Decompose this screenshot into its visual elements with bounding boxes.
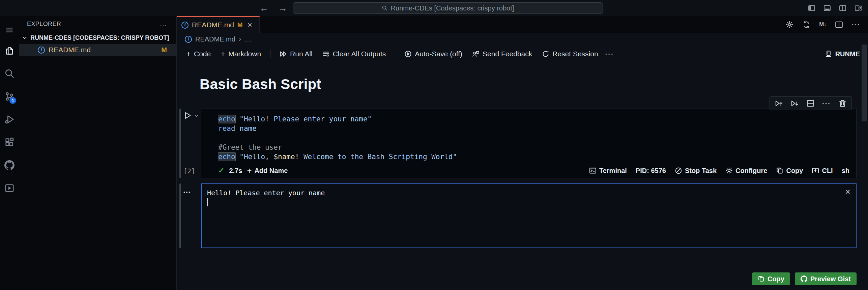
tab-bar: i README.md M × M↓ ··· bbox=[177, 16, 868, 33]
send-feedback-button[interactable]: Send Feedback bbox=[469, 49, 535, 59]
open-terminal-button[interactable]: Terminal bbox=[589, 167, 627, 175]
sidebar-item-source-control[interactable]: 1 bbox=[0, 85, 19, 108]
cell-focus-bar bbox=[179, 109, 181, 178]
code-area[interactable]: echo "Hello! Please enter your name"read… bbox=[201, 109, 856, 164]
history-nav: ← → bbox=[260, 0, 287, 16]
sidebar-item-runme[interactable] bbox=[0, 177, 19, 200]
open-markdown-preview-icon[interactable]: M↓ bbox=[819, 21, 826, 28]
file-row-readme[interactable]: i README.md M bbox=[19, 44, 176, 56]
activity-bar: 1 bbox=[0, 16, 19, 290]
scm-badge: 1 bbox=[9, 97, 16, 104]
clear-all-outputs-button[interactable]: Clear All Outputs bbox=[320, 49, 389, 59]
clear-outputs-icon bbox=[322, 50, 330, 58]
sidebar-item-search[interactable] bbox=[0, 62, 19, 85]
close-tab-icon[interactable]: × bbox=[248, 20, 252, 30]
breadcrumb-file[interactable]: README.md bbox=[195, 35, 235, 43]
cli-button[interactable]: CLI bbox=[812, 167, 833, 175]
add-name-button[interactable]: + Add Name bbox=[247, 166, 288, 175]
forward-arrow-icon[interactable]: → bbox=[279, 3, 287, 13]
extensions-icon bbox=[4, 137, 15, 147]
split-editor-icon[interactable] bbox=[835, 21, 843, 29]
code-line[interactable]: read name bbox=[218, 124, 849, 133]
process-pid: PID: 6576 bbox=[636, 167, 666, 175]
language-picker[interactable]: sh bbox=[842, 167, 849, 175]
output-more-actions-icon[interactable]: … bbox=[179, 183, 201, 195]
sidebar-item-extensions[interactable] bbox=[0, 131, 19, 154]
cell-gutter: [2] bbox=[179, 109, 201, 178]
notebook-body: Basic Bash Script ··· [2] e bbox=[177, 63, 868, 290]
run-options-chevron-icon[interactable] bbox=[194, 113, 199, 118]
explorer-more-actions-icon[interactable]: … bbox=[160, 20, 168, 28]
plus-icon: + bbox=[221, 49, 225, 59]
code-line[interactable]: echo "Hello! Please enter your name" bbox=[218, 114, 849, 124]
copy-icon bbox=[776, 167, 783, 174]
terminal-output[interactable]: Hello! Please enter your name × bbox=[201, 183, 857, 248]
preview-gist-button[interactable]: Preview Gist bbox=[795, 272, 857, 285]
auto-save-toggle[interactable]: Auto-Save (off) bbox=[402, 49, 465, 59]
stop-task-button[interactable]: Stop Task bbox=[675, 167, 717, 175]
tab-readme[interactable]: i README.md M × bbox=[177, 16, 260, 33]
divider bbox=[270, 50, 270, 58]
code-line[interactable]: #Greet the user bbox=[218, 143, 849, 152]
add-markdown-cell-button[interactable]: + Markdown bbox=[218, 48, 264, 60]
github-icon bbox=[801, 276, 807, 282]
runme-icon bbox=[4, 183, 15, 193]
output-gutter: … bbox=[179, 183, 201, 248]
settings-gear-icon[interactable] bbox=[785, 21, 793, 29]
search-text: Runme-CDEs [Codespaces: crispy robot] bbox=[391, 4, 514, 12]
cell-toolbar: ··· bbox=[770, 96, 852, 110]
add-code-label: Code bbox=[194, 50, 211, 58]
breadcrumb: i README.md › … bbox=[177, 33, 868, 45]
command-center-search[interactable]: Runme-CDEs [Codespaces: crispy robot] bbox=[293, 2, 603, 14]
feedback-icon bbox=[472, 50, 480, 58]
sidebar-item-run-debug[interactable] bbox=[0, 108, 19, 131]
copy-icon bbox=[758, 276, 764, 282]
customize-layout-icon[interactable] bbox=[855, 4, 862, 12]
session-sync-icon[interactable] bbox=[802, 21, 810, 29]
editor-scrollbar[interactable] bbox=[862, 45, 867, 121]
success-check-icon: ✓ bbox=[218, 166, 224, 175]
stop-circle-icon bbox=[675, 167, 682, 174]
run-all-button[interactable]: Run All bbox=[277, 49, 315, 59]
reset-session-button[interactable]: Reset Session bbox=[539, 49, 601, 59]
toggle-panel-icon[interactable] bbox=[823, 4, 831, 12]
code-line[interactable]: echo "Hello, $name! Welcome to the Bash … bbox=[218, 152, 849, 162]
editor-more-actions-icon[interactable]: ··· bbox=[852, 21, 861, 28]
workbench: 1 EXPLORER … RUNME-CDES [CODESPACES: CRI… bbox=[0, 16, 868, 290]
info-icon: i bbox=[181, 22, 189, 29]
info-icon: i bbox=[38, 47, 45, 54]
close-output-icon[interactable]: × bbox=[845, 187, 850, 197]
code-line[interactable] bbox=[218, 133, 849, 143]
cell-editor[interactable]: echo "Hello! Please enter your name"read… bbox=[201, 109, 857, 178]
menu-hamburger-icon[interactable] bbox=[0, 21, 19, 39]
copy-output-button[interactable]: Copy bbox=[752, 272, 790, 285]
workspace-section-header[interactable]: RUNME-CDES [CODESPACES: CRISPY ROBOT] bbox=[19, 32, 176, 44]
sidebar-item-explorer[interactable] bbox=[0, 39, 19, 62]
terminal-icon bbox=[589, 167, 597, 174]
reset-session-label: Reset Session bbox=[552, 50, 598, 58]
add-code-cell-button[interactable]: + Code bbox=[183, 48, 213, 60]
explorer-sidebar: EXPLORER … RUNME-CDES [CODESPACES: CRISP… bbox=[19, 16, 177, 290]
toggle-secondary-sidebar-icon[interactable] bbox=[839, 4, 846, 12]
toggle-sidebar-icon[interactable] bbox=[808, 4, 815, 12]
cell-more-actions-icon[interactable]: ··· bbox=[822, 99, 831, 107]
toolbar-more-icon[interactable]: ··· bbox=[605, 50, 614, 58]
kernel-label: RUNME bbox=[835, 50, 860, 58]
back-arrow-icon[interactable]: ← bbox=[260, 3, 268, 13]
explorer-header: EXPLORER … bbox=[19, 16, 176, 32]
debug-icon bbox=[4, 114, 15, 124]
split-cell-icon[interactable] bbox=[806, 99, 815, 108]
sidebar-item-github[interactable] bbox=[0, 154, 19, 177]
layout-controls bbox=[808, 0, 862, 16]
execute-above-icon[interactable] bbox=[775, 99, 783, 108]
configure-button[interactable]: Configure bbox=[725, 167, 767, 175]
run-cell-icon[interactable] bbox=[183, 111, 192, 120]
delete-cell-icon[interactable] bbox=[838, 99, 847, 108]
output-actions: Copy Preview Gist bbox=[177, 272, 857, 285]
copy-cell-button[interactable]: Copy bbox=[776, 167, 803, 175]
markdown-heading: Basic Bash Script bbox=[200, 76, 868, 92]
modified-badge: M bbox=[161, 46, 167, 54]
execute-below-icon[interactable] bbox=[790, 99, 799, 108]
editor-group: i README.md M × M↓ ··· i README.md › … +… bbox=[177, 16, 868, 290]
breadcrumb-more[interactable]: … bbox=[244, 35, 251, 43]
